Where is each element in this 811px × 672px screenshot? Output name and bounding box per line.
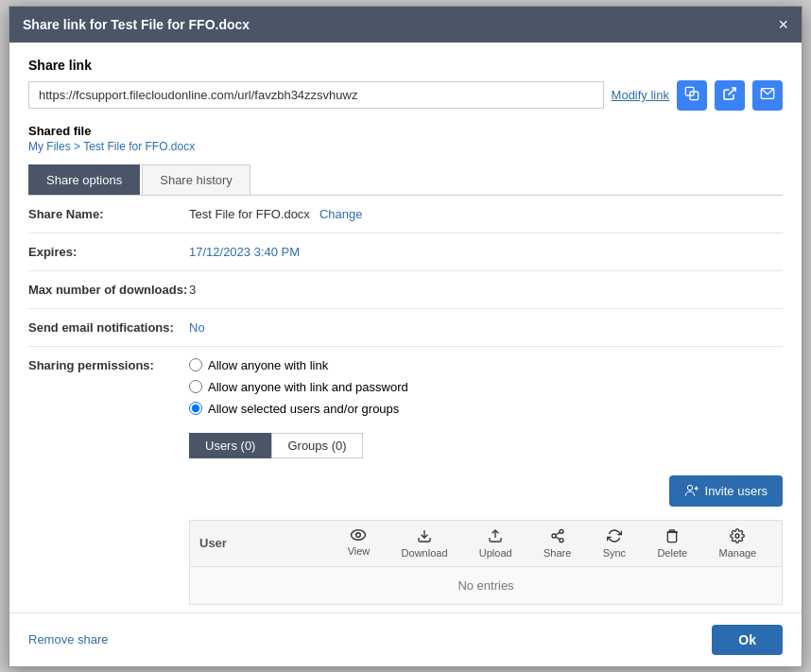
send-email-value: No	[189, 320, 783, 335]
radio-group: Allow anyone with link Allow anyone with…	[189, 358, 783, 416]
external-link-button[interactable]	[715, 80, 745, 111]
view-icon	[350, 528, 367, 543]
delete-label: Delete	[657, 547, 687, 559]
shared-file-label: Shared file	[28, 124, 783, 138]
max-downloads-row: Max number of downloads: 3	[28, 271, 783, 309]
sub-tab-users[interactable]: Users (0)	[189, 433, 271, 458]
svg-point-11	[560, 529, 563, 533]
svg-point-8	[356, 532, 361, 537]
email-button[interactable]	[752, 80, 783, 111]
sharing-permissions-row: Sharing permissions: Allow anyone with l…	[28, 347, 783, 612]
external-link-icon	[722, 86, 737, 104]
svg-point-16	[735, 534, 739, 538]
share-name-value: Test File for FFO.docx Change	[189, 207, 783, 221]
main-tabs: Share options Share history	[28, 164, 783, 196]
svg-line-2	[729, 88, 735, 95]
manage-label: Manage	[718, 547, 756, 559]
dialog-body: Share link Modify link Shared f	[9, 43, 802, 612]
options-content: Share Name: Test File for FFO.docx Chang…	[28, 196, 783, 612]
delete-icon	[665, 528, 679, 545]
radio-anyone-password-input[interactable]	[189, 380, 202, 393]
upload-label: Upload	[479, 547, 512, 559]
tab-share-history[interactable]: Share history	[142, 164, 250, 195]
tab-share-options[interactable]: Share options	[28, 164, 140, 195]
share-link-row: Modify link	[28, 80, 783, 111]
no-entries: No entries	[190, 567, 782, 604]
view-label: View	[348, 545, 371, 557]
share-icon	[550, 528, 565, 545]
expires-text: 17/12/2023 3:40 PM	[189, 245, 300, 259]
share-dialog: Share link for Test File for FFO.docx × …	[9, 6, 802, 667]
send-email-label: Send email notifications:	[28, 320, 189, 335]
download-icon	[417, 528, 432, 545]
modify-link[interactable]: Modify link	[612, 88, 669, 102]
table-header: User View	[190, 521, 782, 567]
invite-row: Invite users	[189, 475, 783, 507]
dialog-footer: Remove share Ok	[9, 612, 802, 666]
expires-value: 17/12/2023 3:40 PM	[189, 245, 783, 259]
invite-users-icon	[684, 483, 699, 499]
sync-label: Sync	[603, 547, 626, 559]
radio-anyone-link-label: Allow anyone with link	[208, 358, 328, 372]
close-button[interactable]: ×	[778, 16, 788, 33]
perm-sync: Sync	[603, 528, 626, 559]
remove-share-link[interactable]: Remove share	[28, 632, 109, 646]
radio-anyone-password-label: Allow anyone with link and password	[208, 380, 408, 394]
expires-label: Expires:	[28, 245, 189, 259]
share-label: Share	[544, 547, 571, 559]
share-name-row: Share Name: Test File for FFO.docx Chang…	[28, 196, 783, 233]
share-name-label: Share Name:	[28, 207, 189, 221]
svg-line-14	[555, 537, 560, 540]
download-label: Download	[402, 547, 448, 559]
change-link[interactable]: Change	[319, 207, 363, 221]
ok-button[interactable]: Ok	[712, 625, 783, 655]
perm-delete: Delete	[657, 528, 687, 559]
user-col-header: User	[199, 536, 332, 550]
invite-users-button[interactable]: Invite users	[669, 475, 783, 507]
radio-anyone-link[interactable]: Allow anyone with link	[189, 358, 783, 372]
radio-selected-users[interactable]: Allow selected users and/or groups	[189, 402, 783, 416]
perm-upload: Upload	[479, 528, 512, 559]
expires-row: Expires: 17/12/2023 3:40 PM	[28, 233, 783, 271]
perm-view: View	[348, 528, 371, 559]
radio-anyone-password[interactable]: Allow anyone with link and password	[189, 380, 783, 394]
svg-point-7	[352, 529, 366, 540]
sharing-permissions-label: Sharing permissions:	[28, 358, 189, 372]
permissions-content: Allow anyone with link Allow anyone with…	[189, 358, 783, 605]
copy-icon	[684, 86, 699, 104]
share-link-title: Share link	[28, 58, 783, 73]
max-downloads-label: Max number of downloads:	[28, 283, 189, 297]
shared-file-section: Shared file My Files > Test File for FFO…	[28, 124, 783, 153]
invite-users-label: Invite users	[705, 484, 768, 498]
copy-button[interactable]	[677, 80, 707, 111]
shared-file-path: My Files > Test File for FFO.docx	[28, 140, 783, 153]
perm-download: Download	[402, 528, 448, 559]
max-downloads-text: 3	[189, 283, 196, 297]
svg-point-12	[552, 534, 556, 538]
svg-point-13	[560, 538, 563, 542]
user-table: User View	[189, 520, 783, 605]
upload-icon	[488, 528, 503, 545]
max-downloads-value: 3	[189, 283, 783, 297]
email-icon	[760, 86, 775, 104]
manage-icon	[730, 528, 745, 545]
share-name-text: Test File for FFO.docx	[189, 207, 310, 221]
perm-share: Share	[544, 528, 571, 559]
perm-cols-header: View Download	[332, 528, 772, 559]
svg-point-4	[687, 485, 692, 490]
share-link-input[interactable]	[28, 81, 604, 109]
radio-anyone-link-input[interactable]	[189, 358, 202, 371]
sub-tab-groups[interactable]: Groups (0)	[271, 433, 362, 458]
svg-line-15	[555, 532, 560, 535]
radio-selected-users-input[interactable]	[189, 402, 202, 415]
sub-tabs: Users (0) Groups (0)	[189, 433, 783, 458]
sync-icon	[607, 528, 622, 545]
send-email-row: Send email notifications: No	[28, 309, 783, 347]
dialog-header: Share link for Test File for FFO.docx ×	[9, 7, 802, 43]
send-email-text: No	[189, 320, 205, 335]
radio-selected-users-label: Allow selected users and/or groups	[208, 402, 399, 416]
perm-manage: Manage	[718, 528, 756, 559]
dialog-title: Share link for Test File for FFO.docx	[23, 17, 250, 32]
